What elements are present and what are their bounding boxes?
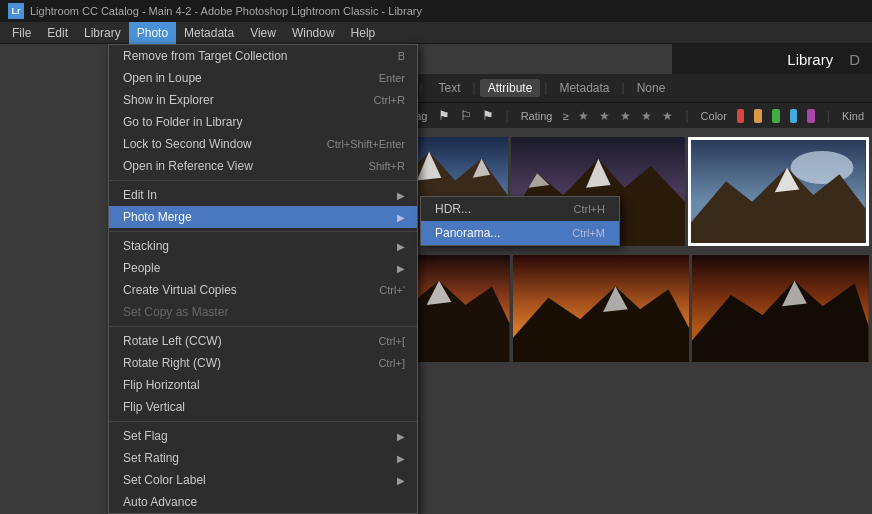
rating-attr-label: Rating [521,110,553,122]
menu-auto-advance[interactable]: Auto Advance [109,491,417,513]
menu-photo[interactable]: Photo [129,22,176,44]
color-purple[interactable] [807,109,815,123]
submenu-hdr[interactable]: HDR... Ctrl+H [421,197,619,221]
menu-bar: File Edit Library Photo Metadata View Wi… [0,22,872,44]
menu-people[interactable]: People ▶ [109,257,417,279]
menu-library[interactable]: Library [76,22,129,44]
menu-rotate-left[interactable]: Rotate Left (CCW) Ctrl+[ [109,330,417,352]
menu-open-loupe[interactable]: Open in Loupe Enter [109,67,417,89]
color-yellow[interactable] [754,109,762,123]
menu-rotate-right[interactable]: Rotate Right (CW) Ctrl+] [109,352,417,374]
filter-text-tab[interactable]: Text [430,79,468,97]
menu-set-rating[interactable]: Set Rating ▶ [109,447,417,469]
photo-thumb-5[interactable] [513,255,690,362]
star-5[interactable]: ★ [662,109,673,123]
color-red[interactable] [737,109,745,123]
filter-none-tab[interactable]: None [629,79,674,97]
menu-set-copy-master: Set Copy as Master [109,301,417,323]
menu-open-ref[interactable]: Open in Reference View Shift+R [109,155,417,177]
submenu-panorama[interactable]: Panorama... Ctrl+M [421,221,619,245]
menu-view[interactable]: View [242,22,284,44]
flag-neutral-icon[interactable]: ⚐ [460,108,472,123]
menu-remove-target[interactable]: Remove from Target Collection B [109,45,417,67]
sep-3 [109,326,417,327]
main-area: Library D Library Filter : | Text | Attr… [0,44,872,514]
sep-1 [109,180,417,181]
star-2[interactable]: ★ [599,109,610,123]
library-tab[interactable]: Library [787,51,833,68]
photo-thumb-6[interactable] [692,255,869,362]
menu-go-folder[interactable]: Go to Folder in Library [109,111,417,133]
rating-op: ≥ [562,110,568,122]
menu-flip-horizontal[interactable]: Flip Horizontal [109,374,417,396]
flag-reject-icon[interactable]: ⚑ [482,108,494,123]
menu-flip-vertical[interactable]: Flip Vertical [109,396,417,418]
title-bar: Lr Lightroom CC Catalog - Main 4-2 - Ado… [0,0,872,22]
develop-tab[interactable]: D [849,51,860,68]
sep-2 [109,231,417,232]
menu-file[interactable]: File [4,22,39,44]
photomerge-submenu: HDR... Ctrl+H Panorama... Ctrl+M [420,196,620,246]
flag-white-icon[interactable]: ⚑ [438,108,450,123]
kind-attr-label: Kind [842,110,864,122]
color-blue[interactable] [790,109,798,123]
menu-stacking[interactable]: Stacking ▶ [109,235,417,257]
photo-thumb-3-selected[interactable] [688,137,869,246]
color-attr-label: Color [701,110,727,122]
star-3[interactable]: ★ [620,109,631,123]
filter-attribute-tab[interactable]: Attribute [480,79,541,97]
app-icon: Lr [8,3,24,19]
color-green[interactable] [772,109,780,123]
menu-show-explorer[interactable]: Show in Explorer Ctrl+R [109,89,417,111]
menu-window[interactable]: Window [284,22,343,44]
menu-set-color[interactable]: Set Color Label ▶ [109,469,417,491]
svg-point-9 [791,151,854,184]
star-4[interactable]: ★ [641,109,652,123]
menu-set-flag[interactable]: Set Flag ▶ [109,425,417,447]
menu-create-virtual[interactable]: Create Virtual Copies Ctrl+' [109,279,417,301]
menu-help[interactable]: Help [343,22,384,44]
menu-photo-merge[interactable]: Photo Merge ▶ [109,206,417,228]
menu-lock-window[interactable]: Lock to Second Window Ctrl+Shift+Enter [109,133,417,155]
library-header: Library D [672,44,872,74]
menu-edit[interactable]: Edit [39,22,76,44]
window-title: Lightroom CC Catalog - Main 4-2 - Adobe … [30,5,422,17]
star-1[interactable]: ★ [578,109,589,123]
menu-edit-in[interactable]: Edit In ▶ [109,184,417,206]
photo-menu: Remove from Target Collection B Open in … [108,44,418,514]
sep-4 [109,421,417,422]
menu-metadata[interactable]: Metadata [176,22,242,44]
filter-metadata-tab[interactable]: Metadata [551,79,617,97]
